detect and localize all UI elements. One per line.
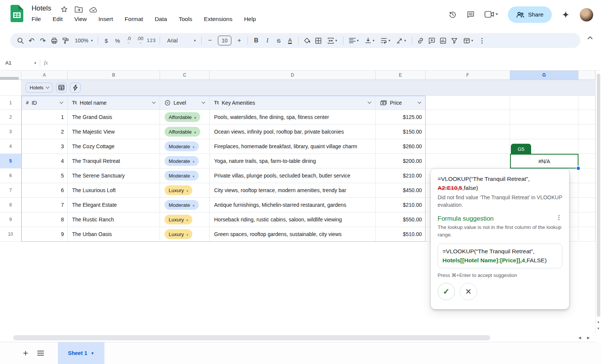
number-format-icon[interactable]: 123 (146, 35, 157, 46)
row-number[interactable]: 4 (0, 139, 21, 154)
cell-hotel-name[interactable]: The Serene Sanctuary (68, 168, 160, 183)
chevron-down-icon[interactable] (368, 100, 371, 104)
cell-id[interactable]: 6 (21, 183, 68, 198)
italic-icon[interactable]: I (262, 35, 273, 46)
vertical-align-icon[interactable]: ▾ (362, 35, 378, 46)
undo-icon[interactable]: ↶ (26, 35, 37, 46)
scroll-left-icon[interactable]: ◀ (578, 336, 581, 340)
borders-icon[interactable] (313, 35, 324, 46)
row-number[interactable]: 10 (0, 227, 21, 242)
table-autofill-bolt-icon[interactable] (70, 83, 81, 93)
cell-price[interactable]: $450.00 (376, 183, 426, 198)
cell-amenities[interactable]: Ocean views, infinity pool, rooftop bar,… (210, 125, 376, 139)
insert-chart-icon[interactable] (437, 35, 448, 46)
table-view-icon[interactable] (56, 83, 67, 93)
column-header-c[interactable]: C (160, 71, 210, 80)
insert-comment-icon[interactable] (426, 35, 437, 46)
sheet-tab-caret-icon[interactable]: ▼ (91, 351, 94, 355)
column-header-e[interactable]: E (376, 71, 426, 80)
column-header-f[interactable]: F (426, 71, 510, 80)
cell-amenities[interactable]: Fireplaces, homemade breakfast, library,… (210, 139, 376, 154)
share-button[interactable]: Share (508, 6, 552, 23)
cell-g1[interactable] (510, 96, 578, 110)
cell-empty[interactable] (426, 110, 510, 125)
meet-video-icon[interactable] (485, 11, 498, 19)
insert-link-icon[interactable] (415, 35, 426, 46)
cell-hotel-name[interactable]: The Majestic View (68, 125, 160, 139)
name-box-caret-icon[interactable]: ▾ (34, 61, 36, 65)
cell-level[interactable]: Affordable (160, 125, 210, 139)
decrease-decimal-icon[interactable]: .0← (123, 35, 134, 46)
cell-empty[interactable] (426, 139, 510, 154)
cell-id[interactable]: 3 (21, 139, 68, 154)
cell-level[interactable]: Affordable (160, 110, 210, 125)
name-box[interactable]: A1 ▾ (0, 60, 36, 66)
hide-menus-icon[interactable] (587, 36, 593, 39)
chevron-down-icon[interactable] (202, 100, 205, 104)
reject-suggestion-button[interactable]: × (460, 283, 477, 300)
cell-hotel-name[interactable]: The Rustic Ranch (68, 212, 160, 227)
chevron-down-icon[interactable] (418, 100, 421, 104)
cell-f1[interactable] (426, 96, 510, 110)
cell-amenities[interactable]: Antique furnishings, Michelin-starred re… (210, 198, 376, 212)
row-number[interactable]: 6 (0, 168, 21, 183)
add-sheet-button[interactable]: + (18, 342, 33, 364)
suggested-formula[interactable]: =VLOOKUP(“The Tranquil Retreat”, Hotels[… (438, 244, 562, 268)
text-color-icon[interactable]: A (284, 35, 296, 46)
menu-data[interactable]: Data (155, 16, 167, 23)
chevron-down-icon[interactable] (60, 100, 63, 104)
cell-level[interactable]: Luxury (160, 227, 210, 242)
column-header-b[interactable]: B (68, 71, 160, 80)
header-cell-price[interactable]: Price (376, 96, 426, 110)
paint-format-icon[interactable] (60, 35, 71, 46)
cell-hotel-name[interactable]: The Tranquil Retreat (68, 154, 160, 168)
cell-id[interactable]: 8 (21, 212, 68, 227)
menu-format[interactable]: Format (125, 16, 143, 23)
cell-amenities[interactable]: Horseback riding, rustic cabins, saloon,… (210, 212, 376, 227)
all-sheets-icon[interactable] (33, 342, 48, 364)
currency-format-icon[interactable]: $ (101, 35, 112, 46)
table-views-icon[interactable]: ▾ (460, 35, 476, 46)
cell-empty[interactable] (426, 125, 510, 139)
cell-empty[interactable] (426, 154, 510, 168)
cell-level[interactable]: Moderate (160, 168, 210, 183)
search-icon[interactable] (15, 35, 26, 46)
cell-id[interactable]: 4 (21, 154, 68, 168)
fill-color-icon[interactable] (301, 35, 313, 46)
merge-cells-icon[interactable]: ▾ (324, 35, 340, 46)
cell-hotel-name[interactable]: The Luxurious Loft (68, 183, 160, 198)
fill-handle[interactable] (576, 166, 581, 171)
select-all-corner[interactable] (0, 71, 21, 80)
header-cell-level[interactable]: Level (160, 96, 210, 110)
column-header-a[interactable]: A (21, 71, 68, 80)
percent-format-icon[interactable]: % (112, 35, 123, 46)
star-icon[interactable] (60, 5, 68, 14)
row-number[interactable]: 8 (0, 198, 21, 212)
create-filter-icon[interactable] (448, 35, 460, 46)
cell-price[interactable]: $150.00 (376, 125, 426, 139)
row-number[interactable]: 1 (0, 96, 21, 110)
cell-amenities[interactable]: Pools, waterslides, fine dining, spa, fi… (210, 110, 376, 125)
document-title[interactable]: Hotels (32, 4, 51, 12)
cell-price[interactable]: $200.00 (376, 154, 426, 168)
cell-id[interactable]: 5 (21, 168, 68, 183)
accept-suggestion-button[interactable]: ✓ (438, 283, 455, 300)
comment-history-icon[interactable] (467, 11, 475, 19)
cell-amenities[interactable]: Green spaces, rooftop gardens, sustainab… (210, 227, 376, 242)
bold-icon[interactable]: B (251, 35, 262, 46)
more-options-icon[interactable]: ⋮ (556, 215, 562, 220)
cell-price[interactable]: $550.00 (376, 212, 426, 227)
redo-icon[interactable]: ↷ (37, 35, 48, 46)
cell-hotel-name[interactable]: The Elegant Estate (68, 198, 160, 212)
row-number[interactable]: 9 (0, 212, 21, 227)
scroll-up-icon[interactable]: ▲ (597, 320, 600, 323)
header-cell-hotel-name[interactable]: Tt Hotel name (68, 96, 160, 110)
cell-id[interactable]: 1 (21, 110, 68, 125)
cell-price[interactable]: $125.00 (376, 110, 426, 125)
strikethrough-icon[interactable]: S (273, 35, 284, 46)
cell-price[interactable]: $260.00 (376, 139, 426, 154)
menu-edit[interactable]: Edit (53, 16, 63, 23)
vertical-scrollbar[interactable]: ▲ ▼ (595, 71, 601, 333)
horizontal-scrollbar-thumb[interactable] (13, 335, 490, 340)
horizontal-scrollbar[interactable]: ◀ ▶ (0, 333, 595, 342)
